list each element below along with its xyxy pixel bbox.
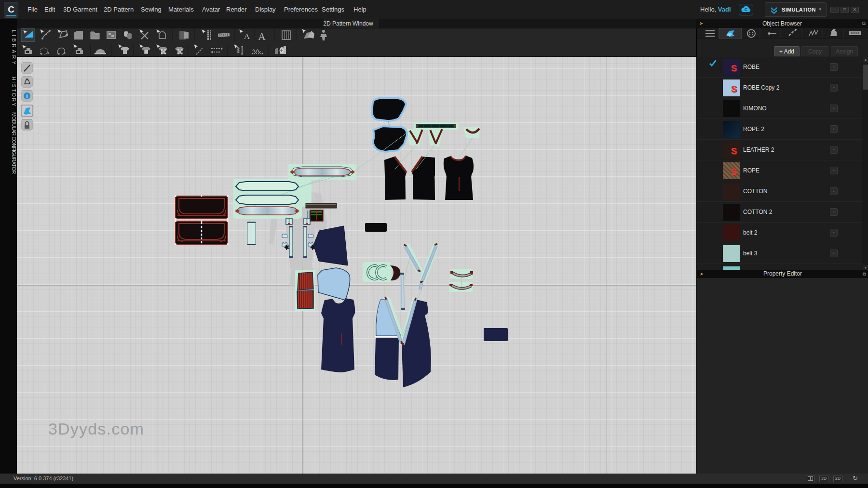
svg-text:A: A: [258, 30, 266, 42]
svg-text:i: i: [27, 93, 28, 99]
svg-text:A: A: [244, 32, 250, 41]
svg-text:C: C: [745, 7, 748, 12]
